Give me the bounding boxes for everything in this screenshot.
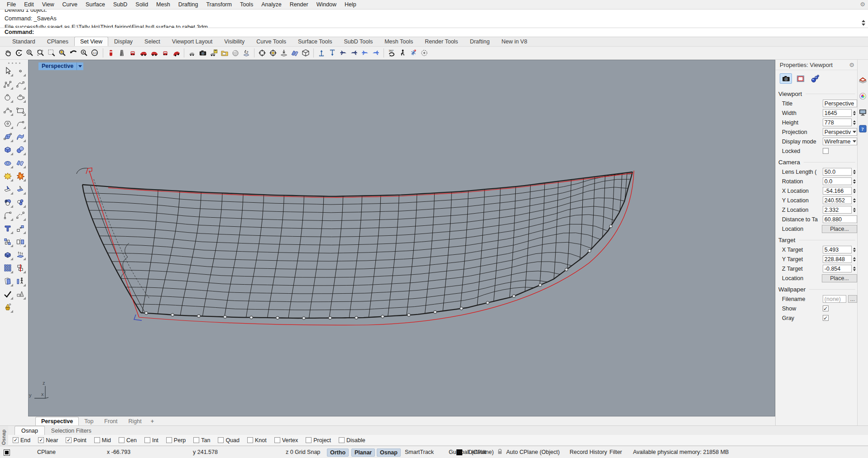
- checkbox-icon[interactable]: [166, 437, 172, 443]
- status-x-66-793[interactable]: x -66.793: [104, 448, 133, 456]
- spinner-control[interactable]: [851, 206, 857, 214]
- place-button[interactable]: Place...: [822, 225, 857, 233]
- cplane-panels-icon[interactable]: [289, 48, 300, 58]
- spinner-control[interactable]: [851, 168, 857, 176]
- menu-help[interactable]: Help: [340, 0, 360, 9]
- toolbar-tab-select[interactable]: Select: [139, 37, 166, 46]
- osnap-knot[interactable]: Knot: [247, 437, 267, 444]
- viewport-title-dropdown[interactable]: Perspective: [38, 62, 83, 70]
- chevron-down-icon[interactable]: [853, 140, 856, 143]
- menu-surface[interactable]: Surface: [82, 0, 109, 9]
- trim-icon[interactable]: [2, 183, 14, 195]
- status-osnap[interactable]: Osnap: [377, 448, 401, 457]
- prop-value-field[interactable]: Perspective: [823, 100, 857, 107]
- osnap-perp[interactable]: Perp: [166, 437, 186, 444]
- sphere-icon[interactable]: [14, 143, 26, 156]
- check-objects-icon[interactable]: [2, 288, 14, 300]
- car-side-2-icon[interactable]: [149, 48, 160, 58]
- single-point-icon[interactable]: [14, 65, 26, 77]
- layer-color-swatch[interactable]: [4, 449, 10, 456]
- copy-scatter-icon[interactable]: [2, 235, 14, 248]
- bottom-tab-osnap[interactable]: Osnap: [14, 426, 45, 435]
- osnap-point[interactable]: ✓Point: [66, 437, 86, 444]
- status-gumball-cplane[interactable]: Gumball (CPlane): [446, 448, 496, 456]
- status-planar[interactable]: Planar: [351, 448, 375, 457]
- blend-curve-icon[interactable]: [14, 209, 26, 221]
- osnap-quad[interactable]: Quad: [218, 437, 240, 444]
- fillet-curve-icon[interactable]: [2, 209, 14, 221]
- osnap-disable[interactable]: Disable: [339, 437, 365, 444]
- menu-render[interactable]: Render: [286, 0, 312, 9]
- checkbox-icon[interactable]: [218, 437, 224, 443]
- car-back-2-icon[interactable]: [160, 48, 171, 58]
- spinner-control[interactable]: [851, 255, 857, 263]
- select-cursor-icon[interactable]: [2, 65, 14, 77]
- checkbox-icon[interactable]: [247, 437, 253, 443]
- menu-drafting[interactable]: Drafting: [174, 0, 202, 9]
- material-spheres-icon[interactable]: [809, 73, 821, 84]
- toolbar-tab-set-view[interactable]: Set View: [74, 37, 108, 46]
- screen-tab-icon[interactable]: [858, 108, 868, 117]
- toolbar-tab-new-in-v8[interactable]: New in V8: [495, 37, 533, 46]
- status-grid-snap[interactable]: Grid Snap: [292, 448, 323, 456]
- menu-tools[interactable]: Tools: [236, 0, 257, 9]
- panel-gear-icon[interactable]: ⚙: [849, 62, 854, 68]
- plane-surface-icon[interactable]: [14, 157, 26, 169]
- undo-view-icon[interactable]: [68, 48, 79, 58]
- text-object-icon[interactable]: [2, 222, 14, 234]
- boolean-difference-icon[interactable]: [14, 196, 26, 208]
- save-view-icon[interactable]: [208, 48, 219, 58]
- move-icon[interactable]: [14, 222, 26, 234]
- explode-star-icon[interactable]: [2, 170, 14, 182]
- wire-box-icon[interactable]: [300, 48, 311, 58]
- arc-icon[interactable]: [2, 104, 14, 116]
- browse-button[interactable]: ...: [848, 295, 857, 303]
- toolbar-tab-render-tools[interactable]: Render Tools: [419, 37, 464, 46]
- rectangle-icon[interactable]: [14, 104, 26, 116]
- section-icon[interactable]: [14, 262, 26, 274]
- spinner-control[interactable]: [851, 246, 857, 253]
- toolbar-tab-standard[interactable]: Standard: [6, 37, 41, 46]
- checkbox-icon[interactable]: ✓: [13, 437, 19, 443]
- checkbox-icon[interactable]: [94, 437, 100, 443]
- viewport-tab-perspective[interactable]: Perspective: [35, 417, 79, 425]
- curve-interp-icon[interactable]: [14, 78, 26, 90]
- menu-file[interactable]: File: [3, 0, 20, 9]
- primitives-icon[interactable]: [14, 288, 26, 300]
- mirror-icon[interactable]: [14, 235, 26, 248]
- menu-transform[interactable]: Transform: [202, 0, 236, 9]
- visibility-toggle-icon[interactable]: [14, 275, 26, 287]
- osnap-mid[interactable]: Mid: [94, 437, 111, 444]
- rect-array-icon[interactable]: [2, 262, 14, 274]
- menu-window[interactable]: Window: [312, 0, 340, 9]
- box-icon[interactable]: [2, 143, 14, 156]
- spinner-control[interactable]: [851, 187, 857, 195]
- checkbox-gray[interactable]: ✓: [823, 315, 829, 321]
- menu-edit[interactable]: Edit: [20, 0, 38, 9]
- checkbox-icon[interactable]: [274, 437, 280, 443]
- checkbox-icon[interactable]: [193, 437, 199, 443]
- car-turn-icon[interactable]: [171, 48, 182, 58]
- status-smarttrack[interactable]: SmartTrack: [402, 448, 436, 456]
- properties-tab-icon[interactable]: [858, 75, 868, 84]
- toolbar-tab-cplanes[interactable]: CPlanes: [41, 37, 74, 46]
- checkbox-show[interactable]: ✓: [823, 305, 829, 311]
- extrude-surface-icon[interactable]: [14, 248, 26, 261]
- surface-sweep-icon[interactable]: [14, 130, 26, 143]
- osnap-tan[interactable]: Tan: [193, 437, 210, 444]
- target-icon[interactable]: [257, 48, 268, 58]
- elevation-up-icon[interactable]: [316, 48, 327, 58]
- car-side-1-icon[interactable]: [138, 48, 149, 58]
- gift-wrap-icon[interactable]: [2, 301, 14, 313]
- spinner-control[interactable]: [851, 265, 857, 272]
- pan-hand-icon[interactable]: [3, 48, 14, 58]
- prop-value-field[interactable]: 60.880: [823, 215, 857, 223]
- command-history-scroll[interactable]: [860, 18, 866, 27]
- control-point-curve-icon[interactable]: [2, 78, 14, 90]
- menu-analyze[interactable]: Analyze: [257, 0, 285, 9]
- viewport-title[interactable]: Perspective: [38, 62, 77, 70]
- viewport-canvas[interactable]: Perspective zyx: [28, 60, 775, 416]
- render-frame-icon[interactable]: [794, 73, 806, 84]
- command-prompt[interactable]: Command:: [0, 28, 868, 37]
- spray-icon[interactable]: [408, 48, 419, 58]
